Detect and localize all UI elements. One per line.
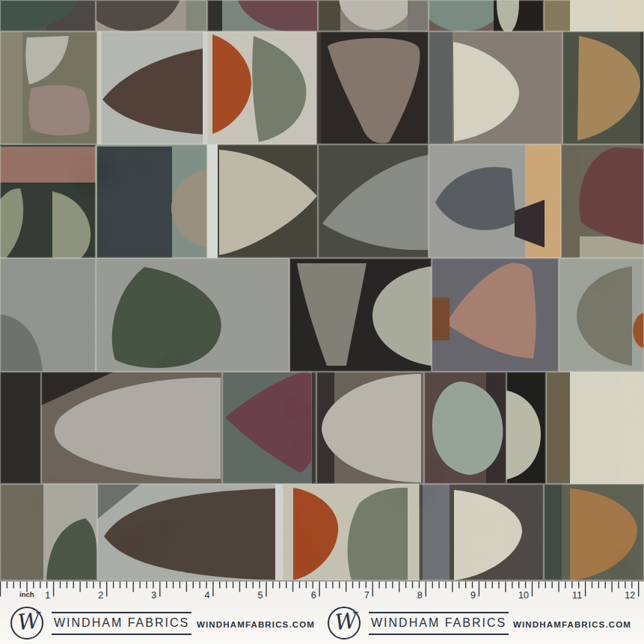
ruler-number: 1	[45, 590, 50, 601]
ruler-number: 9	[470, 590, 476, 601]
brand-group-left: W WINDHAM FABRICS	[10, 607, 191, 640]
fabric-swatch-page: 123456789101112inch W WINDHAM FABRICS WI…	[0, 0, 644, 644]
ruler-number: 6	[311, 590, 316, 601]
brand-wordmark: WINDHAM FABRICS	[369, 612, 509, 635]
ruler-number: 12	[625, 590, 635, 601]
fabric-print	[0, 0, 644, 580]
ruler-number: 3	[151, 590, 156, 601]
windham-logo-icon: W	[328, 607, 361, 640]
ruler-number: 8	[417, 590, 423, 601]
ruler-number: 7	[364, 590, 369, 601]
ruler-unit-label: inch	[19, 590, 34, 598]
ruler-number: 2	[98, 590, 103, 601]
ruler-number: 11	[572, 590, 582, 601]
ruler-number: 10	[518, 590, 529, 601]
brand-url: WINDHAMFABRICS.COM	[197, 620, 315, 629]
ruler: 123456789101112inch	[0, 580, 644, 602]
ruler-number: 5	[258, 590, 263, 601]
windham-logo-icon: W	[10, 607, 43, 640]
logo-letter: W	[332, 610, 357, 634]
logo-letter: W	[15, 610, 40, 634]
ruler-number: 4	[204, 590, 209, 601]
brand-strip: W WINDHAM FABRICS WINDHAMFABRICS.COM W W…	[0, 602, 644, 644]
brand-wordmark: WINDHAM FABRICS	[52, 612, 191, 635]
brand-group-right: W WINDHAM FABRICS	[328, 607, 509, 640]
brand-url: WINDHAMFABRICS.COM	[513, 620, 631, 629]
